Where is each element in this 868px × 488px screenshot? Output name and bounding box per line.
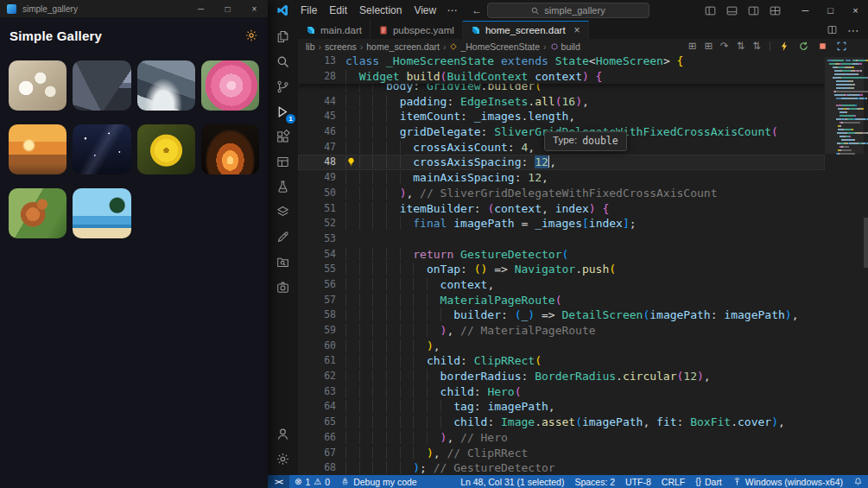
activity-run-debug[interactable]: 1 — [268, 99, 298, 124]
eol-status[interactable]: CRLF — [656, 475, 690, 488]
activity-layers[interactable] — [268, 200, 298, 225]
language-status[interactable]: {} Dart — [690, 475, 727, 488]
breadcrumb-item-home_screen.dart[interactable]: home_screen.dart — [366, 41, 440, 52]
gallery-image-yellow-flower[interactable] — [137, 124, 195, 174]
toggle-secondary-sidebar-icon[interactable] — [747, 4, 760, 17]
code-line[interactable]: 52 final imagePath = _images[index]; — [298, 216, 825, 231]
activity-settings[interactable] — [268, 447, 298, 472]
code-line[interactable]: 62 borderRadius: BorderRadius.circular(1… — [298, 369, 825, 384]
code-line[interactable]: 28 Widget build(BuildContext context) { — [298, 69, 825, 85]
editor-action-icon[interactable]: ⇅ — [737, 41, 745, 52]
activity-folder-search[interactable] — [268, 250, 298, 275]
tab-home_screen.dart[interactable]: home_screen.dart× — [463, 21, 589, 39]
gallery-image-campfire[interactable] — [201, 124, 259, 174]
device-selector[interactable]: Windows (windows-x64) — [727, 475, 848, 488]
gallery-image-pink-rose[interactable] — [201, 60, 259, 111]
code-line[interactable]: 53 — [298, 231, 825, 247]
code-line[interactable]: 64 tag: imagePath, — [298, 399, 825, 415]
menu-view[interactable]: View — [408, 2, 442, 19]
editor-action-icon[interactable]: ⇅ — [752, 41, 761, 52]
editor-action-icon[interactable]: ⊞ — [704, 41, 713, 52]
breadcrumb-item-build[interactable]: build — [550, 41, 580, 52]
toggle-panel-icon[interactable] — [725, 4, 738, 17]
hot-reload-icon[interactable] — [779, 41, 790, 52]
code-line[interactable]: 44 padding: EdgeInsets.all(16), — [298, 94, 825, 110]
detach-debug-icon[interactable] — [836, 41, 847, 52]
code-line[interactable]: 55 onTap: () => Navigator.push( — [298, 262, 825, 277]
code-line[interactable]: 61 child: ClipRRect( — [298, 353, 825, 369]
tab-main.dart[interactable]: main.dart — [298, 21, 371, 39]
code-line[interactable]: 45 itemCount: _images.length, — [298, 109, 825, 124]
activity-source-control[interactable] — [268, 74, 298, 99]
toggle-sidebar-icon[interactable] — [704, 4, 717, 17]
minimize-button[interactable]: ─ — [793, 0, 818, 21]
remote-indicator[interactable]: >< — [268, 475, 289, 488]
lightbulb-icon[interactable] — [345, 156, 357, 168]
menu-overflow-button[interactable]: ⋯ — [442, 2, 461, 19]
stop-debug-icon[interactable] — [817, 41, 828, 52]
activity-explorer[interactable] — [268, 24, 298, 49]
minimap[interactable] — [825, 54, 868, 475]
gallery-image-mountain-cliff[interactable] — [137, 60, 195, 111]
code-line[interactable]: 13class _HomeScreenState extends State<H… — [298, 54, 825, 69]
activity-search[interactable] — [268, 49, 298, 74]
close-button[interactable]: × — [843, 0, 868, 21]
gallery-image-sunset-beach[interactable] — [9, 124, 67, 174]
app-maximize-button[interactable]: □ — [214, 0, 241, 17]
settings-gear-icon[interactable] — [244, 29, 258, 42]
editor-more-actions-icon[interactable]: ⋯ — [847, 24, 859, 36]
close-tab-icon[interactable]: × — [574, 24, 580, 36]
gallery-image-road[interactable] — [73, 60, 130, 111]
code-line[interactable]: 48 crossAxisSpacing: 12, — [298, 155, 825, 170]
editor-action-icon[interactable]: ↷ — [720, 41, 729, 52]
problems-status[interactable]: ⊗ 1 ⚠ 0 — [289, 475, 335, 488]
code-line[interactable]: 50 ), // SliverGridDelegateWithFixedCros… — [298, 186, 825, 201]
code-editor[interactable]: body: GridView.builder(44 padding: EdgeI… — [298, 54, 825, 475]
command-center-search[interactable]: simple_gallery — [487, 3, 649, 18]
maximize-button[interactable]: □ — [818, 0, 843, 21]
code-line[interactable]: 58 builder: (_) => DetailScreen(imagePat… — [298, 307, 825, 323]
gallery-image-squirrel[interactable] — [9, 188, 67, 238]
tab-pubspec.yaml[interactable]: pubspec.yaml — [371, 21, 463, 39]
menu-edit[interactable]: Edit — [323, 2, 353, 19]
encoding-status[interactable]: UTF-8 — [620, 475, 656, 488]
nav-back-icon[interactable]: ← — [472, 4, 482, 16]
code-line[interactable]: 66 ), // Hero — [298, 430, 825, 446]
code-line[interactable]: 68 ); // GestureDetector — [298, 460, 825, 475]
cursor-position[interactable]: Ln 48, Col 31 (1 selected) — [455, 475, 569, 488]
activity-table[interactable] — [268, 149, 298, 174]
code-line[interactable]: 56 context, — [298, 277, 825, 293]
gallery-image-starry-night[interactable] — [73, 124, 130, 174]
split-editor-icon[interactable] — [827, 24, 838, 35]
customize-layout-icon[interactable] — [769, 4, 782, 17]
app-close-button[interactable]: × — [241, 0, 268, 17]
activity-testing[interactable] — [268, 174, 298, 200]
code-line[interactable]: 57 MaterialPageRoute( — [298, 293, 825, 308]
code-line[interactable]: 67 ), // ClipRRect — [298, 446, 825, 461]
code-line[interactable]: 60 ), — [298, 339, 825, 354]
code-line[interactable]: 63 child: Hero( — [298, 384, 825, 400]
notifications-button[interactable] — [848, 475, 868, 488]
breadcrumb-item-screens[interactable]: screens — [325, 41, 357, 52]
scrollbar-thumb[interactable] — [864, 218, 868, 268]
code-line[interactable]: 54 return GestureDetector( — [298, 247, 825, 263]
code-line[interactable]: 49 mainAxisSpacing: 12, — [298, 170, 825, 186]
gallery-image-white-flowers[interactable] — [9, 60, 67, 111]
debug-task-button[interactable]: Debug my code — [335, 475, 422, 488]
breadcrumb-item-lib[interactable]: lib — [306, 41, 315, 52]
code-line[interactable]: 51 itemBuilder: (context, index) { — [298, 201, 825, 217]
code-line[interactable]: 65 child: Image.asset(imagePath, fit: Bo… — [298, 415, 825, 430]
app-minimize-button[interactable]: ─ — [187, 0, 214, 17]
gallery-image-palm-beach[interactable] — [73, 188, 130, 238]
hot-restart-icon[interactable] — [798, 41, 809, 52]
activity-account[interactable] — [268, 421, 298, 447]
activity-screenshot[interactable] — [268, 275, 298, 300]
menu-file[interactable]: File — [295, 2, 323, 19]
activity-edit[interactable] — [268, 225, 298, 250]
editor-action-icon[interactable]: ⊞ — [688, 41, 697, 52]
breadcrumb-item-_HomeScreenState[interactable]: _HomeScreenState — [449, 41, 540, 52]
menu-selection[interactable]: Selection — [353, 2, 408, 19]
indentation-status[interactable]: Spaces: 2 — [569, 475, 620, 488]
activity-extensions[interactable] — [268, 124, 298, 149]
code-line[interactable]: 59 ), // MaterialPageRoute — [298, 323, 825, 339]
